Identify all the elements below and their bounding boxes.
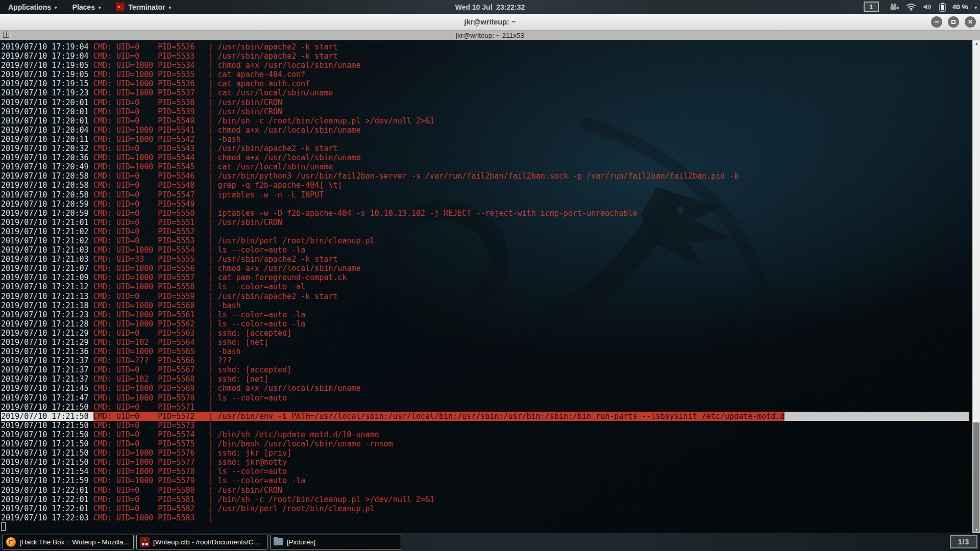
log-timestamp: 2019/07/10 17:21:47: [1, 393, 93, 403]
log-selection-fill: [434, 116, 972, 126]
log-selection-fill: [337, 292, 972, 301]
log-line: 2019/07/10 17:21:37 CMD: UID=??? PID=556…: [1, 356, 972, 365]
taskbar-button-label: [Pictures]: [287, 538, 315, 546]
battery-icon[interactable]: [939, 3, 946, 12]
log-line: 2019/07/10 17:21:29 CMD: UID=102 PID=556…: [1, 338, 972, 347]
chevron-down-icon[interactable]: ▾: [974, 5, 977, 10]
window-titlebar[interactable]: jkr@writeup: ~ ✕: [0, 14, 980, 31]
bottom-taskbar: [Hack The Box :: Writeup - Mozilla... [W…: [0, 533, 980, 551]
screen-recorder-icon[interactable]: [890, 3, 899, 11]
log-line: 2019/07/10 17:20:01 CMD: UID=0 PID=5538 …: [1, 98, 972, 107]
log-timestamp: 2019/07/10 17:21:29: [1, 338, 93, 347]
log-message: CMD: UID=0 PID=5581 | /bin/sh -c /root/b…: [93, 495, 434, 504]
log-timestamp: 2019/07/10 17:21:03: [1, 245, 93, 255]
scroll-down-arrow-icon[interactable]: ▼: [973, 528, 980, 532]
log-selection-fill: [310, 79, 972, 88]
log-timestamp: 2019/07/10 17:21:07: [1, 264, 93, 273]
scroll-up-arrow-icon[interactable]: ▲: [973, 41, 980, 46]
wifi-icon[interactable]: [906, 3, 916, 11]
workspace-pager[interactable]: 1/3: [950, 535, 977, 548]
log-timestamp: 2019/07/10 17:21:29: [1, 329, 93, 338]
log-selection-fill: [347, 273, 972, 282]
log-message: CMD: UID=1000 PID=5576 | sshd: jkr [priv…: [93, 448, 291, 458]
log-message: CMD: UID=1000 PID=5537 | cat /usr/local/…: [93, 88, 333, 97]
log-message: CMD: UID=102 PID=5568 | sshd: [net]: [93, 374, 268, 384]
maximize-button[interactable]: [948, 16, 959, 28]
log-timestamp: 2019/07/10 17:21:37: [1, 374, 93, 384]
battery-percentage[interactable]: 40 %: [952, 3, 968, 11]
log-timestamp: 2019/07/10 17:19:23: [1, 88, 93, 97]
log-timestamp: 2019/07/10 17:22:01: [1, 504, 93, 513]
log-timestamp: 2019/07/10 17:21:23: [1, 310, 93, 319]
log-message: CMD: UID=1000 PID=5579 | ls --color=auto…: [93, 476, 305, 485]
taskbar-button-pictures[interactable]: [Pictures]: [270, 535, 401, 549]
log-selection-fill: [241, 347, 972, 356]
log-message: CMD: UID=1000 PID=5535 | cat apache-404.…: [93, 70, 305, 79]
log-message: CMD: UID=33 PID=5555 | /usr/sbin/apache2…: [93, 255, 338, 264]
terminator-group-icon[interactable]: ▾: [3, 32, 13, 38]
log-line: 2019/07/10 17:21:13 CMD: UID=0 PID=5559 …: [1, 292, 972, 301]
log-selection-fill: [268, 338, 972, 347]
log-selection-fill: [305, 476, 972, 485]
log-selection-fill: [241, 301, 972, 310]
scrollbar[interactable]: ▲ ▼: [972, 40, 980, 533]
log-timestamp: 2019/07/10 17:20:58: [1, 181, 93, 190]
clock[interactable]: Wed 10 Jul 23:22:32: [0, 3, 980, 11]
close-button[interactable]: ✕: [965, 16, 976, 28]
log-message: CMD: UID=1000 PID=5570 | ls --color=auto: [93, 393, 287, 403]
log-message: CMD: UID=1000 PID=5534 | chmod a+x /usr/…: [93, 61, 361, 70]
log-timestamp: 2019/07/10 17:21:18: [1, 301, 93, 310]
log-message: CMD: UID=102 PID=5564 | sshd: [net]: [93, 338, 268, 347]
log-message: CMD: UID=1000 PID=5536 | cat apache-auth…: [93, 79, 310, 88]
log-timestamp: 2019/07/10 17:21:36: [1, 347, 93, 356]
log-timestamp: 2019/07/10 17:21:28: [1, 319, 93, 329]
log-timestamp: 2019/07/10 17:19:05: [1, 70, 93, 79]
log-message: CMD: UID=0 PID=5547 | iptables -w -n -L …: [93, 190, 324, 199]
scrollbar-thumb[interactable]: [973, 422, 979, 532]
log-selection-fill: [360, 153, 972, 162]
volume-icon[interactable]: [923, 3, 933, 11]
log-timestamp: 2019/07/10 17:20:58: [1, 190, 93, 199]
log-timestamp: 2019/07/10 17:22:01: [1, 486, 93, 495]
log-selection-fill: [785, 412, 969, 421]
close-icon: ✕: [968, 19, 973, 25]
log-line: 2019/07/10 17:21:50 CMD: UID=0 PID=5572 …: [1, 412, 972, 421]
log-message: CMD: UID=0 PID=5563 | sshd: [accepted]: [93, 329, 291, 338]
log-line: 2019/07/10 17:21:02 CMD: UID=0 PID=5552 …: [1, 227, 972, 236]
terminal-titlebar[interactable]: ▾ jkr@writeup: ~ 211x53: [0, 31, 980, 40]
log-timestamp: 2019/07/10 17:21:54: [1, 467, 93, 476]
folder-icon: [274, 538, 283, 545]
log-timestamp: 2019/07/10 17:20:04: [1, 126, 93, 135]
log-timestamp: 2019/07/10 17:21:50: [1, 448, 93, 458]
log-selection-fill: [324, 190, 972, 199]
keyboard-layout-indicator[interactable]: 1: [864, 2, 879, 12]
chevron-down-icon: ▾: [10, 33, 13, 38]
log-message: CMD: UID=0 PID=5526 | /usr/sbin/apache2 …: [93, 42, 338, 52]
log-selection-fill: [305, 310, 972, 319]
log-timestamp: 2019/07/10 17:21:50: [1, 458, 93, 467]
log-line: 2019/07/10 17:21:50 CMD: UID=0 PID=5575 …: [1, 439, 972, 448]
log-message: CMD: UID=1000 PID=5545 | cat /usr/local/…: [93, 162, 333, 171]
log-timestamp: 2019/07/10 17:20:36: [1, 153, 93, 162]
log-line: 2019/07/10 17:22:01 CMD: UID=0 PID=5580 …: [1, 486, 972, 495]
log-message: CMD: UID=1000 PID=5583 |: [93, 513, 218, 522]
log-selection-fill: [291, 365, 972, 374]
log-line: 2019/07/10 17:21:50 CMD: UID=0 PID=5573 …: [1, 421, 972, 430]
log-message: CMD: UID=0 PID=5580 | /usr/sbin/CRON: [93, 486, 282, 495]
log-message: CMD: UID=1000 PID=5569 | chmod a+x /usr/…: [93, 384, 361, 393]
log-timestamp: 2019/07/10 17:19:04: [1, 42, 93, 52]
log-message: CMD: UID=1000 PID=5542 | -bash: [93, 135, 241, 144]
log-timestamp: 2019/07/10 17:20:01: [1, 107, 93, 116]
taskbar-button-firefox[interactable]: [Hack The Box :: Writeup - Mozilla...: [3, 535, 134, 549]
log-line: 2019/07/10 17:20:59 CMD: UID=0 PID=5550 …: [1, 209, 972, 218]
log-timestamp: 2019/07/10 17:21:37: [1, 365, 93, 374]
taskbar-button-cherrytree[interactable]: [Writeup.ctb - /root/Documents/C...: [136, 535, 267, 549]
log-message: CMD: UID=1000 PID=5562 | ls --color=auto…: [93, 319, 305, 329]
terminal[interactable]: 2019/07/10 17:19:04 CMD: UID=0 PID=5526 …: [0, 40, 980, 533]
log-line: 2019/07/10 17:19:23 CMD: UID=1000 PID=55…: [1, 88, 972, 97]
log-selection-fill: [337, 255, 972, 264]
taskbar-button-label: [Hack The Box :: Writeup - Mozilla...: [19, 538, 129, 546]
log-selection-fill: [305, 282, 972, 291]
minimize-button[interactable]: [931, 16, 942, 28]
log-message: CMD: UID=1000 PID=5577 | sshd: jkr@notty: [93, 458, 287, 467]
